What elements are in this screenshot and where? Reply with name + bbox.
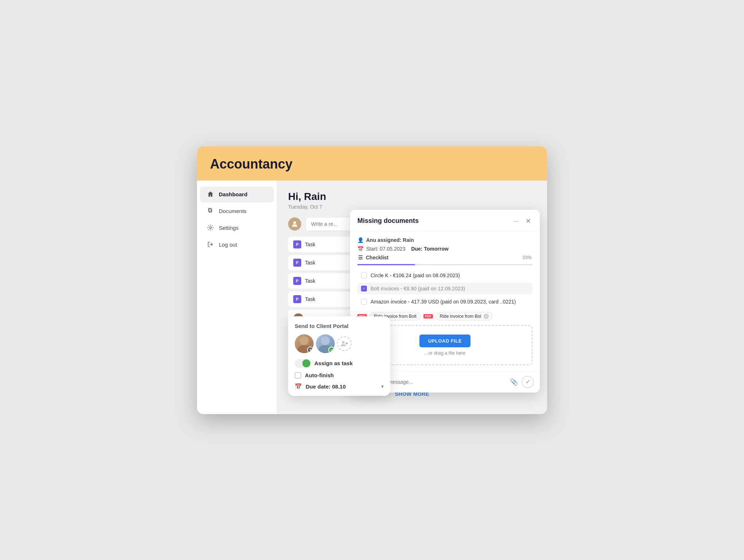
remove-attachment-button[interactable]: ✕ [484,314,489,319]
checklist-item-text: Amazon invoice - 417.39 USD (paid on 09.… [371,299,516,305]
sidebar-item-dashboard[interactable]: Dashboard [200,186,274,202]
user-avatar [288,217,301,231]
gear-icon [207,224,214,232]
upload-file-button[interactable]: UPLOAD FILE [419,335,470,347]
assigned-label: Anu assigned: Rain [366,237,414,243]
checklist-progress-fill [357,264,415,265]
checklist-percent: 33% [522,255,532,260]
pdf-badge: PDF [423,314,433,318]
assign-task-toggle[interactable] [295,359,311,368]
calendar-icon-sm: 📅 [295,383,302,390]
dates-row: 📅 Start: 07.05.2023 Due: Tomorrow [357,246,532,252]
due-date-label: Due date: 08.10 [306,383,377,390]
svg-point-6 [321,336,330,345]
sidebar: Dashboard Documents Se [197,181,277,414]
check-badge: ✓ [328,347,335,353]
documents-icon [207,208,214,215]
checklist-title: ☰ Checklist [358,255,388,260]
checklist-progress-bar [357,264,532,265]
checklist-item[interactable]: ✓ Bolt invoices - €8.90 (paid on 12.09.2… [357,283,532,294]
modal-more-button[interactable]: ··· [512,216,520,226]
auto-finish-label: Auto-finish [305,372,334,378]
svg-point-4 [300,336,309,345]
date-display: Tuesday, Oct 7 [288,204,536,210]
auto-finish-checkbox[interactable] [295,372,301,379]
logout-icon [207,241,214,248]
start-date: Start: 07.05.2023 [366,246,405,252]
greeting: Hi, Rain [288,191,536,202]
app-header: Accountancy [197,146,547,181]
view-badge: 👁 [307,347,314,353]
home-icon [207,191,214,198]
task-badge: P [293,240,301,248]
checklist-header: ☰ Checklist 33% [357,255,532,260]
sidebar-item-settings[interactable]: Settings [200,220,274,236]
svg-point-8 [342,341,345,343]
portal-avatar-2: ✓ [316,334,335,353]
modal-close-button[interactable]: ✕ [524,216,532,226]
modal-title: Missing documents [357,217,419,225]
auto-finish-row: Auto-finish [295,372,384,379]
checklist-item[interactable]: Circle K - €106.24 (paid on 08.09.2023) [357,270,532,281]
attach-file-button[interactable]: 📎 [510,378,518,386]
modal-header-actions: ··· ✕ [512,216,532,226]
attachment-tag[interactable]: Ride invoice from Bol ✕ [436,312,493,321]
sidebar-item-logout[interactable]: Log out [200,237,274,253]
assigned-row: 👤 Anu assigned: Rain [357,237,532,243]
message-input[interactable] [371,379,506,385]
checklist-item-text: Bolt invoices - €8.90 (paid on 12.09.202… [371,286,465,291]
add-person-button[interactable] [337,336,352,351]
app-body: Dashboard Documents Se [197,181,547,414]
client-portal-card: Send to Client Portal 👁 [288,316,390,396]
task-badge: P [293,277,301,285]
svg-point-3 [293,221,296,224]
due-date: Due: Tomorrow [411,246,448,252]
app-window: Accountancy Dashboard [197,146,547,414]
main-content: Hi, Rain Tuesday, Oct 7 P Task [277,181,547,414]
portal-avatars: 👁 ✓ [295,334,384,353]
task-badge: P [293,259,301,267]
app-title: Accountancy [210,157,534,172]
checklist-checkbox[interactable] [361,273,367,278]
sidebar-item-documents[interactable]: Documents [200,203,274,219]
calendar-icon: 📅 [357,246,363,252]
modal-header: Missing documents ··· ✕ [350,210,540,231]
portal-avatar-1: 👁 [295,334,314,353]
checklist-checkbox[interactable] [361,299,367,305]
attachment-label: Ride invoice from Bol [440,314,481,319]
chevron-down-icon[interactable]: ▾ [381,383,384,389]
assign-task-label: Assign as task [314,360,353,366]
svg-point-2 [209,227,211,228]
list-icon: ☰ [358,255,363,260]
checklist-item[interactable]: Amazon invoice - 417.39 USD (paid on 09.… [357,296,532,308]
checklist-item-text: Circle K - €106.24 (paid on 08.09.2023) [371,273,460,278]
send-message-button[interactable]: ✓ [522,376,534,388]
card-title: Send to Client Portal [295,323,384,329]
due-date-row: 📅 Due date: 08.10 ▾ [295,383,384,390]
person-icon: 👤 [357,237,363,243]
task-badge: P [293,295,301,303]
assign-task-row: Assign as task [295,359,384,368]
checklist-checkbox[interactable]: ✓ [361,286,367,291]
